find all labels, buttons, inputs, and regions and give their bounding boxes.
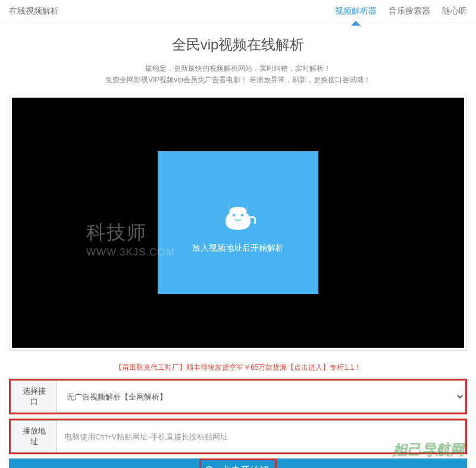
page-title: 全民vip视频在线解析 (0, 35, 476, 54)
button-row: Go-点击开始解析 New-点击全屏解析 (9, 458, 467, 468)
nav-random-listen[interactable]: 随心听 (442, 6, 467, 17)
parse-button-left[interactable] (9, 458, 199, 468)
nav-video-parser[interactable]: 视频解析器 (335, 6, 377, 17)
header: 在线视频解析 视频解析器 音乐搜索器 随心听 (0, 0, 476, 23)
parse-buttons-center: Go-点击开始解析 New-点击全屏解析 (199, 458, 277, 468)
video-player[interactable]: 科技师 WWW.3KJS.COM 放入视频地址后开始解析 (12, 98, 464, 348)
interface-row: 选择接口 无广告视频解析【全网解析】 (9, 379, 467, 414)
address-label: 播放地址 (11, 420, 57, 453)
watermark-brand: 科技师 (86, 220, 147, 246)
nav-menu: 视频解析器 音乐搜索器 随心听 (335, 6, 467, 17)
subtitle-line2: 免费全网影视VIP视频vip会员免广告看电影！ 若播放异常，刷新，更换接口尝试哦… (0, 74, 476, 86)
nav-music-search[interactable]: 音乐搜索器 (389, 6, 430, 17)
promo-link[interactable]: 【莆田耐克代工鞋厂】顺丰得物发货空军￥65万款货源【点击进入】专柜1.1！ (0, 363, 476, 373)
site-title: 在线视频解析 (9, 6, 59, 17)
bottom-watermark: 妲己导航网 (393, 440, 464, 459)
svg-point-0 (233, 214, 235, 216)
subtitle-line1: 最稳定，更新最快的视频解析网站，实时纠错，实时解析！ (0, 63, 476, 74)
watermark-url: WWW.3KJS.COM (86, 247, 175, 258)
page-subtitle: 最稳定，更新最快的视频解析网站，实时纠错，实时解析！ 免费全网影视VIP视频vi… (0, 63, 476, 86)
go-parse-button[interactable]: Go-点击开始解析 (201, 460, 275, 468)
svg-point-1 (241, 214, 243, 216)
cat-icon (217, 192, 259, 234)
interface-select[interactable]: 无广告视频解析【全网解析】 (57, 380, 465, 413)
placeholder-text: 放入视频地址后开始解析 (192, 243, 284, 254)
interface-label: 选择接口 (11, 380, 57, 413)
video-placeholder: 放入视频地址后开始解析 (158, 151, 318, 294)
parse-button-right[interactable] (277, 458, 467, 468)
video-container: 科技师 WWW.3KJS.COM 放入视频地址后开始解析 (9, 95, 467, 351)
